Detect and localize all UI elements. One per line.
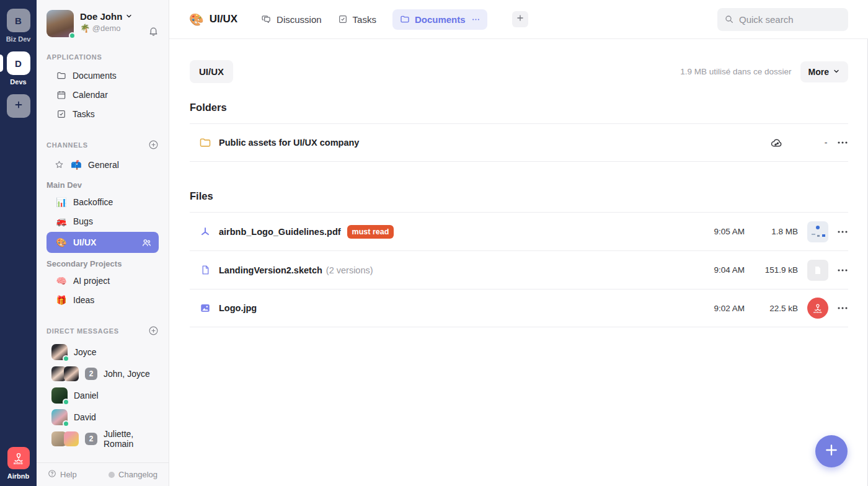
sidebar-item-calendar[interactable]: Calendar bbox=[46, 85, 159, 104]
more-options-icon[interactable] bbox=[837, 226, 848, 237]
help-button[interactable]: Help bbox=[48, 469, 77, 480]
sidebar: Doe John 🌴 @demo APPLICATIONS Documents … bbox=[37, 0, 169, 486]
sidebar-item-label: Documents bbox=[73, 71, 117, 81]
add-workspace-button[interactable] bbox=[7, 94, 30, 118]
check-square-icon bbox=[56, 109, 66, 119]
chevron-down-icon[interactable] bbox=[125, 11, 133, 22]
pdf-acrobat-icon bbox=[198, 226, 212, 237]
channel-ideas[interactable]: 🎁 Ideas bbox=[46, 290, 159, 309]
applications-title: APPLICATIONS bbox=[46, 53, 102, 61]
workspace-devs[interactable]: D Devs bbox=[0, 51, 37, 86]
workspace-bizdev-button[interactable]: B bbox=[7, 9, 30, 32]
documents-content: UI/UX 1.9 MB utilisé dans ce dossier Mor… bbox=[169, 39, 868, 327]
breadcrumb[interactable]: UI/UX bbox=[190, 60, 233, 83]
sidebar-item-label: Calendar bbox=[73, 90, 108, 100]
dm-david[interactable]: David bbox=[46, 406, 159, 428]
add-channel-icon[interactable] bbox=[148, 139, 159, 150]
members-icon[interactable] bbox=[141, 237, 152, 248]
channel-uiux-selected[interactable]: 🎨 UI/UX bbox=[46, 232, 159, 253]
dm-name: Daniel bbox=[74, 391, 99, 400]
channel-title: 🎨 UI/UX bbox=[189, 12, 237, 27]
add-file-fab[interactable] bbox=[815, 435, 848, 467]
channel-label: Bugs bbox=[73, 216, 93, 226]
workspace-devs-label: Devs bbox=[10, 78, 26, 86]
sidebar-item-tasks[interactable]: Tasks bbox=[46, 104, 159, 123]
workspace-devs-button[interactable]: D bbox=[7, 51, 30, 75]
channel-general[interactable]: 📫 General bbox=[46, 155, 159, 174]
avatar-group bbox=[51, 431, 79, 446]
star-icon[interactable] bbox=[54, 160, 64, 169]
dm-section-header: DIRECT MESSAGES bbox=[46, 325, 159, 336]
more-options-icon[interactable] bbox=[837, 303, 848, 314]
changelog-label: Changelog bbox=[118, 470, 157, 479]
channel-bugs[interactable]: 🚒 Bugs bbox=[46, 211, 159, 231]
image-icon bbox=[198, 303, 212, 314]
quick-search[interactable] bbox=[717, 8, 848, 31]
tab-bar: Discussion Tasks Documents bbox=[261, 9, 528, 30]
channel-backoffice[interactable]: 📊 Backoffice bbox=[46, 192, 159, 211]
file-row-logo[interactable]: Logo.jpg 9:02 AM 22.5 kB airbnb bbox=[190, 289, 848, 327]
dm-daniel[interactable]: Daniel bbox=[46, 384, 159, 406]
channel-label: AI project bbox=[73, 276, 110, 286]
airbnb-wordmark: airbnb bbox=[14, 462, 23, 465]
dm-joyce[interactable]: Joyce bbox=[46, 341, 159, 363]
chevron-down-icon bbox=[833, 67, 840, 77]
channel-emoji: 🧠 bbox=[56, 276, 67, 286]
changelog-button[interactable]: Changelog bbox=[108, 470, 157, 479]
user-profile[interactable]: Doe John 🌴 @demo bbox=[46, 10, 159, 37]
file-size: 151.9 kB bbox=[758, 265, 798, 275]
search-input[interactable] bbox=[739, 14, 841, 25]
tab-tasks[interactable]: Tasks bbox=[338, 14, 376, 25]
tab-documents[interactable]: Documents bbox=[392, 9, 487, 30]
more-options-icon[interactable] bbox=[837, 137, 848, 148]
dm-name: David bbox=[74, 412, 96, 422]
file-versions: (2 versions) bbox=[326, 265, 373, 275]
dm-name: Juliette, Romain bbox=[104, 429, 159, 449]
plus-icon bbox=[516, 14, 525, 25]
check-square-icon bbox=[338, 14, 348, 24]
folders-heading: Folders bbox=[190, 102, 848, 113]
cloud-share-icon[interactable] bbox=[770, 136, 783, 149]
file-row-pdf[interactable]: airbnb_Logo_Guidelines.pdf must read 9:0… bbox=[190, 212, 848, 250]
user-avatar[interactable] bbox=[46, 10, 74, 37]
workspace-rail: B Biz Dev D Devs airbnb Airbnb bbox=[0, 0, 37, 486]
tab-options-icon[interactable] bbox=[472, 15, 480, 24]
rail-bottom: airbnb Airbnb bbox=[7, 447, 30, 486]
dm-john-joyce[interactable]: 2 John, Joyce bbox=[46, 363, 159, 384]
help-icon bbox=[48, 469, 56, 480]
workspace-bizdev[interactable]: B Biz Dev bbox=[0, 9, 37, 43]
sidebar-item-documents[interactable]: Documents bbox=[46, 66, 159, 85]
dm-name: John, Joyce bbox=[104, 369, 150, 379]
file-row-sketch[interactable]: LandingVersion2.sketch (2 versions) 9:04… bbox=[190, 250, 848, 289]
channel-header: 🎨 UI/UX Discussion Tasks Documents bbox=[169, 0, 868, 39]
channel-label: UI/UX bbox=[73, 237, 96, 247]
dm-name: Joyce bbox=[74, 347, 97, 357]
add-tab-button[interactable] bbox=[512, 11, 528, 27]
channel-group-title: Main Dev bbox=[46, 180, 159, 190]
changelog-dot-icon bbox=[108, 472, 115, 478]
file-name: Logo.jpg bbox=[219, 303, 257, 313]
online-status-dot bbox=[69, 32, 76, 39]
files-list: airbnb_Logo_Guidelines.pdf must read 9:0… bbox=[190, 212, 848, 327]
user-meta: Doe John 🌴 @demo bbox=[80, 10, 133, 33]
file-thumbnail[interactable] bbox=[807, 221, 828, 242]
file-thumbnail[interactable] bbox=[807, 260, 828, 281]
tab-discussion[interactable]: Discussion bbox=[261, 14, 322, 25]
add-dm-icon[interactable] bbox=[148, 325, 159, 336]
main-area: 🎨 UI/UX Discussion Tasks Documents bbox=[169, 0, 868, 486]
more-options-icon[interactable] bbox=[837, 265, 848, 276]
company-label: Airbnb bbox=[7, 472, 29, 480]
dm-juliette-romain[interactable]: 2 Juliette, Romain bbox=[46, 428, 159, 449]
file-thumbnail[interactable]: airbnb bbox=[807, 298, 828, 319]
dm-title: DIRECT MESSAGES bbox=[46, 327, 119, 335]
file-time: 9:04 AM bbox=[709, 265, 745, 275]
more-button[interactable]: More bbox=[800, 61, 848, 82]
company-logo-button[interactable]: airbnb bbox=[7, 447, 30, 469]
online-status-dot bbox=[63, 420, 69, 427]
notifications-bell-icon[interactable] bbox=[148, 26, 159, 38]
channel-ai-project[interactable]: 🧠 AI project bbox=[46, 271, 159, 290]
folder-size: - bbox=[823, 138, 829, 148]
folder-row[interactable]: Public assets for UI/UX company - bbox=[190, 123, 848, 162]
avatar-group bbox=[51, 366, 79, 381]
channel-emoji: 📫 bbox=[71, 160, 82, 170]
